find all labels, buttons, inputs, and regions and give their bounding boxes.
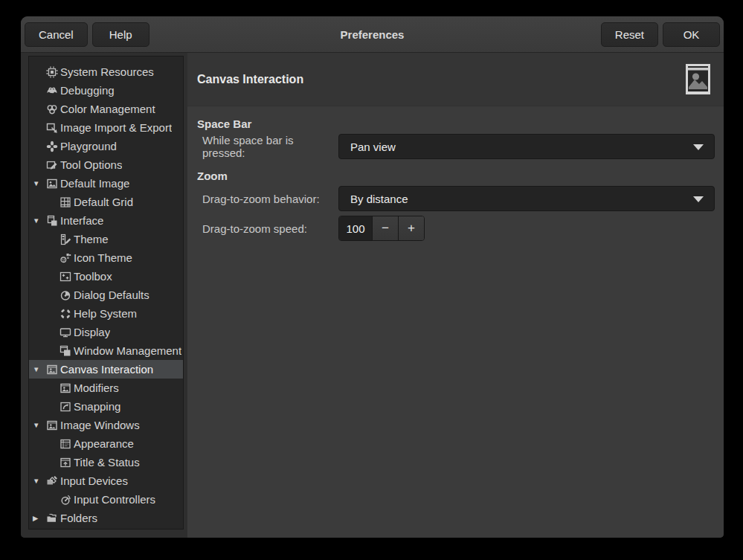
sidebar-item-interface[interactable]: ▼ Interface — [29, 211, 183, 230]
page-title: Canvas Interaction — [197, 73, 303, 86]
space-bar-behavior-dropdown[interactable]: Pan view — [338, 134, 715, 159]
expander-down-icon[interactable]: ▼ — [33, 416, 46, 434]
titlebar-left-buttons: Cancel Help — [25, 22, 149, 47]
sidebar-item-label: Appearance — [74, 437, 134, 450]
snapping-icon — [59, 401, 71, 413]
reset-button[interactable]: Reset — [601, 22, 658, 47]
section-title-space-bar: Space Bar — [197, 117, 715, 132]
propeller-icon — [46, 141, 58, 152]
expander-down-icon[interactable]: ▼ — [33, 472, 46, 490]
folders-icon — [46, 512, 58, 524]
zoom-speed-label: Drag-to-zoom speed: — [202, 222, 338, 235]
space-bar-row: While space bar is pressed: Pan view — [202, 134, 715, 159]
sidebar-item-input-devices[interactable]: ▼ Input Devices — [29, 472, 183, 490]
canvas-icon — [46, 364, 58, 376]
titlebar: Cancel Help Preferences Reset OK — [21, 16, 724, 53]
sidebar-item-label: Window Management — [74, 344, 181, 357]
sidebar-item-label: Snapping — [74, 400, 120, 413]
space-bar-label: While space bar is pressed: — [202, 134, 338, 159]
sidebar-item-modifiers[interactable]: Modifiers — [29, 379, 183, 397]
zoom-speed-increment-button[interactable]: + — [398, 216, 424, 240]
window-body: System Resources Debugging Color Managem… — [21, 53, 724, 538]
sidebar-item-help-system[interactable]: Help System — [29, 304, 183, 323]
sidebar-item-label: Image Import & Export — [60, 121, 172, 134]
ok-button[interactable]: OK — [663, 22, 720, 47]
sidebar-item-dialog-defaults[interactable]: Dialog Defaults — [29, 286, 183, 304]
page-body: Space Bar While space bar is pressed: Pa… — [187, 106, 724, 241]
drag-to-zoom-behavior-dropdown[interactable]: By distance — [338, 186, 715, 211]
sidebar-item-label: Debugging — [60, 84, 115, 97]
sidebar-item-tool-options[interactable]: Tool Options — [29, 155, 183, 174]
sidebar-item-display[interactable]: Display — [29, 323, 183, 341]
chevron-down-icon — [693, 196, 704, 202]
sidebar-item-label: Input Devices — [60, 474, 128, 487]
zoom-behavior-row: Drag-to-zoom behavior: By distance — [202, 186, 715, 211]
zoom-speed-row: Drag-to-zoom speed: 100 − + — [202, 216, 715, 241]
sidebar-item-label: Image Windows — [60, 419, 140, 431]
image-icon — [46, 178, 58, 190]
sidebar-item-default-grid[interactable]: Default Grid — [29, 193, 183, 211]
sidebar-item-label: Tool Options — [60, 158, 122, 171]
zoom-behavior-label: Drag-to-zoom behavior: — [202, 193, 338, 205]
sidebar-item-window-management[interactable]: Window Management — [29, 341, 183, 360]
sidebar-item-label: Theme — [74, 233, 109, 245]
sidebar-item-playground[interactable]: Playground — [29, 137, 183, 155]
cancel-button[interactable]: Cancel — [25, 22, 88, 47]
sidebar-item-image-import-export[interactable]: Image Import & Export — [29, 118, 183, 137]
expander-right-icon[interactable]: ▶ — [33, 509, 46, 527]
sidebar-item-label: Input Controllers — [74, 493, 155, 506]
zoom-speed-spinner: 100 − + — [338, 216, 425, 241]
sidebar-item-icon-theme[interactable]: Icon Theme — [29, 248, 183, 267]
sidebar-item-debugging[interactable]: Debugging — [29, 81, 183, 100]
sidebar-item-system-resources[interactable]: System Resources — [29, 62, 183, 81]
sidebar-item-snapping[interactable]: Snapping — [29, 397, 183, 416]
sidebar-item-label: Dialog Defaults — [74, 289, 149, 301]
appearance-icon — [59, 438, 71, 450]
sidebar-item-label: Default Grid — [74, 196, 133, 208]
space-bar-behavior-value: Pan view — [339, 141, 396, 153]
sidebar-item-default-image[interactable]: ▼ Default Image — [29, 174, 183, 193]
grid-icon — [59, 196, 71, 208]
toolbox-icon — [59, 271, 71, 283]
zoom-speed-input[interactable]: 100 — [339, 216, 372, 240]
sidebar-item-label: Default Image — [60, 177, 129, 190]
sidebar-item-label: System Resources — [60, 65, 154, 78]
color-circles-icon — [46, 103, 58, 115]
sidebar-item-label: Help System — [74, 307, 137, 320]
dial-icon — [59, 494, 71, 506]
sidebar-item-label: Folders — [60, 512, 97, 524]
sidebar-item-theme[interactable]: Theme — [29, 230, 183, 248]
canvas-icon — [46, 419, 58, 431]
expander-down-icon[interactable]: ▼ — [33, 174, 46, 193]
wilber-icon — [46, 85, 58, 97]
sidebar-item-canvas-interaction[interactable]: ▼ Canvas Interaction — [29, 360, 183, 379]
interface-icon — [46, 215, 58, 227]
life-ring-icon — [59, 308, 71, 320]
canvas-icon — [59, 382, 71, 394]
sidebar-item-label: Color Management — [60, 103, 155, 115]
sidebar-item-input-controllers[interactable]: Input Controllers — [29, 490, 183, 509]
sidebar-item-label: Modifiers — [74, 382, 119, 394]
sidebar-tree[interactable]: System Resources Debugging Color Managem… — [28, 56, 184, 530]
help-button[interactable]: Help — [92, 22, 149, 47]
title-status-icon — [59, 457, 71, 469]
sidebar-item-folders[interactable]: ▶ Folders — [29, 509, 183, 527]
preferences-window: Cancel Help Preferences Reset OK System … — [21, 16, 724, 538]
gauge-icon — [59, 289, 71, 301]
expander-down-icon[interactable]: ▼ — [33, 211, 46, 230]
sidebar-item-appearance[interactable]: Appearance — [29, 434, 183, 453]
settings-page: Canvas Interaction Space Bar While space… — [187, 53, 724, 538]
drag-to-zoom-behavior-value: By distance — [339, 193, 408, 205]
sidebar-item-image-windows[interactable]: ▼ Image Windows — [29, 416, 183, 434]
tool-pencil-icon — [46, 159, 58, 171]
zoom-speed-decrement-button[interactable]: − — [372, 216, 398, 240]
tablet-icon — [46, 475, 58, 487]
windows-icon — [59, 345, 71, 357]
sidebar-item-color-management[interactable]: Color Management — [29, 100, 183, 118]
sidebar-item-title-status[interactable]: Title & Status — [29, 453, 183, 472]
monitor-icon — [59, 326, 71, 338]
sidebar-item-label: Toolbox — [74, 270, 112, 283]
chevron-down-icon — [693, 144, 704, 150]
expander-down-icon[interactable]: ▼ — [33, 360, 46, 379]
sidebar-item-toolbox[interactable]: Toolbox — [29, 267, 183, 286]
